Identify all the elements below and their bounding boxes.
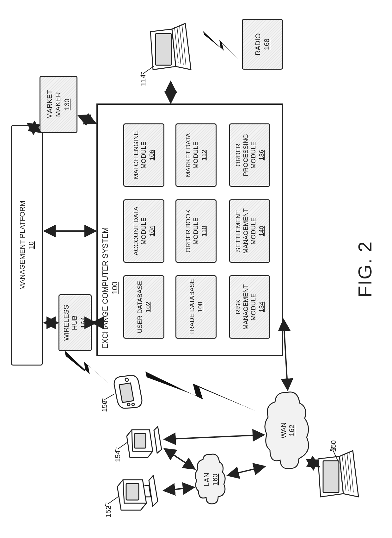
page: FIG. 2 MANAGEMENT PLATFORM 10 WIRELESS H…: [0, 0, 392, 538]
diagram-stage: FIG. 2 MANAGEMENT PLATFORM 10 WIRELESS H…: [0, 0, 392, 538]
svg-line-29: [164, 449, 195, 469]
svg-line-21: [78, 116, 96, 123]
svg-line-27: [164, 435, 264, 439]
svg-line-24: [284, 320, 288, 390]
connections-layer: [0, 0, 392, 538]
svg-line-25: [307, 460, 319, 467]
svg-line-20: [28, 123, 40, 132]
svg-line-26: [228, 466, 265, 475]
svg-line-28: [164, 487, 194, 491]
